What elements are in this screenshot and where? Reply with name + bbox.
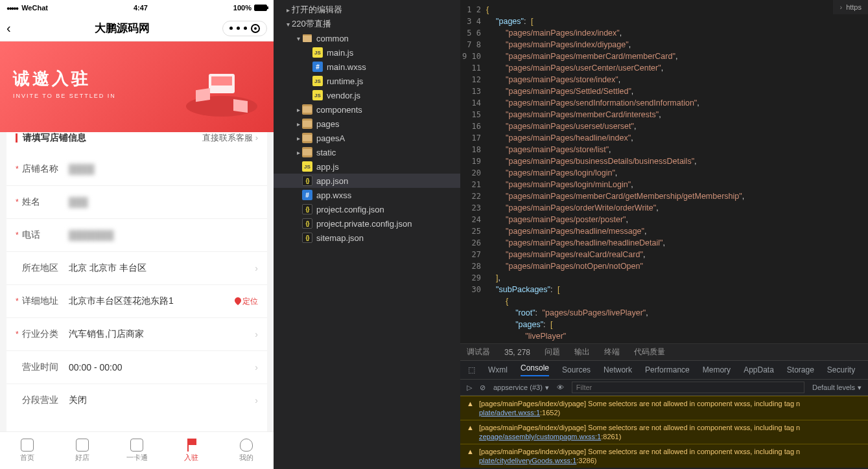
- explorer-section-open-editors[interactable]: ▸打开的编辑器: [274, 3, 460, 17]
- devtools-tab-wxml[interactable]: Wxml: [488, 365, 508, 374]
- card-title: 请填写店铺信息: [23, 132, 202, 144]
- row-industry[interactable]: *行业分类汽车销售,门店商家›: [6, 318, 267, 351]
- console-toolbar: ▷ ⊘ appservice (#3)▾ 👁 Default levels ▾: [460, 379, 868, 396]
- dot-icon: [229, 27, 233, 30]
- row-area[interactable]: 所在地区北京 北京市 丰台区›: [6, 252, 267, 285]
- source-link[interactable]: zepage/assembly/custompagm.wxss:1: [479, 433, 601, 440]
- panel-tab-codequality[interactable]: 代码质量: [634, 347, 665, 358]
- row-phone[interactable]: *电话███████: [6, 219, 267, 252]
- tree-item-project-config-json[interactable]: project.config.json: [274, 202, 460, 216]
- folder-icon: [302, 119, 312, 129]
- explorer-root[interactable]: ▾220带直播: [274, 17, 460, 31]
- panel-tab-terminal[interactable]: 终端: [604, 347, 620, 358]
- code-editor[interactable]: 1 2 3 4 5 6 7 8 9 10 11 12 13 14 15 16 1…: [460, 0, 868, 343]
- warning-icon: ▲: [467, 447, 474, 465]
- console-warning[interactable]: ▲[pages/mainPages/index/diypage] Some se…: [460, 396, 868, 420]
- battery-indicator: 100%: [233, 4, 267, 12]
- tree-item-static[interactable]: ▸static: [274, 145, 460, 159]
- panel-tab-debugger[interactable]: 调试器: [467, 347, 490, 358]
- battery-label: 100%: [233, 4, 252, 12]
- devtools-tab-performance[interactable]: Performance: [645, 365, 690, 374]
- tree-item-app-wxss[interactable]: app.wxss: [274, 188, 460, 202]
- inspect-icon[interactable]: ⬚: [468, 365, 475, 374]
- file-explorer[interactable]: ▸打开的编辑器 ▾220带直播 ▾commonmain.jsmain.wxssr…: [274, 0, 460, 469]
- stop-icon[interactable]: ▷: [467, 383, 472, 392]
- js-icon: [312, 47, 323, 58]
- row-name[interactable]: *姓名███: [6, 186, 267, 219]
- tree-item-runtime-js[interactable]: runtime.js: [274, 74, 460, 88]
- chevron-right-icon: ›: [255, 263, 258, 273]
- js-icon: [312, 76, 323, 86]
- devtools-tab-sources[interactable]: Sources: [562, 365, 591, 374]
- chevron-right-icon: ›: [839, 3, 842, 11]
- clock-label: 4:47: [48, 4, 233, 12]
- js-icon: [312, 90, 323, 100]
- tab-shops[interactable]: 好店: [54, 432, 109, 469]
- tree-item-pagesA[interactable]: ▸pagesA: [274, 131, 460, 145]
- folder-icon: [302, 133, 312, 143]
- devtools-tabs: ⬚ Wxml Console Sources Network Performan…: [460, 361, 868, 379]
- back-icon[interactable]: ‹: [6, 21, 22, 36]
- pin-icon: [235, 297, 241, 305]
- tree-item-main-js[interactable]: main.js: [274, 45, 460, 60]
- filter-input[interactable]: [572, 382, 804, 393]
- tree-item-app-json[interactable]: app.json: [274, 174, 460, 188]
- context-selector[interactable]: appservice (#3)▾: [493, 383, 549, 392]
- console-log-list[interactable]: ▲[pages/mainPages/index/diypage] Some se…: [460, 396, 868, 469]
- tree-item-sitemap-json[interactable]: sitemap.json: [274, 231, 460, 245]
- tree-item-components[interactable]: ▸components: [274, 102, 460, 117]
- card-icon: [130, 439, 143, 452]
- row-hours[interactable]: 营业时间00:00 - 00:00›: [6, 351, 267, 384]
- home-icon: [21, 439, 34, 452]
- tab-card[interactable]: 一卡通: [110, 432, 164, 469]
- devtools-tab-security[interactable]: Security: [827, 365, 855, 374]
- row-shop-name[interactable]: *店铺名称████: [6, 153, 267, 186]
- carrier-label: WeChat: [21, 4, 48, 12]
- locate-button[interactable]: 定位: [235, 296, 258, 307]
- breadcrumb[interactable]: ›https: [833, 0, 868, 14]
- tree-item-project-private-config-json[interactable]: project.private.config.json: [274, 216, 460, 231]
- accent-bar-icon: [16, 133, 18, 143]
- eye-icon[interactable]: 👁: [557, 383, 564, 391]
- svg-rect-2: [211, 76, 232, 86]
- console-warning[interactable]: ▲[pages/mainPages/index/diypage] Some se…: [460, 444, 868, 468]
- chevron-right-icon: ›: [255, 329, 258, 339]
- tab-home[interactable]: 首页: [0, 432, 54, 469]
- clear-icon[interactable]: ⊘: [480, 383, 486, 392]
- capsule-menu[interactable]: [222, 21, 267, 36]
- panel-tab-problems[interactable]: 问题: [545, 347, 560, 358]
- tab-settle[interactable]: 入驻: [164, 432, 218, 469]
- chevron-right-icon: ›: [255, 362, 258, 372]
- tree-item-app-js[interactable]: app.js: [274, 159, 460, 174]
- code-area[interactable]: { "pages": [ "pages/mainPages/index/inde…: [486, 0, 868, 343]
- tree-item-main-wxss[interactable]: main.wxss: [274, 60, 460, 74]
- devtools-tab-storage[interactable]: Storage: [787, 365, 814, 374]
- contact-service-link[interactable]: 直接联系客服: [202, 132, 258, 144]
- levels-selector[interactable]: Default levels ▾: [812, 383, 862, 392]
- row-address[interactable]: *详细地址北京市丰台区莲花池东路1定位: [6, 285, 267, 318]
- console-warning[interactable]: ▲[pages/mainPages/index/diypage] Some se…: [460, 420, 868, 444]
- devtools-tab-network[interactable]: Network: [604, 365, 632, 374]
- devtools-tab-console[interactable]: Console: [521, 363, 549, 376]
- battery-icon: [254, 5, 267, 11]
- source-link[interactable]: plate/advert.wxss:1: [479, 409, 540, 417]
- row-segment[interactable]: 分段营业关闭›: [6, 384, 267, 417]
- panel-tab-output[interactable]: 输出: [574, 347, 590, 358]
- store-icon: [76, 439, 89, 452]
- tree-item-vendor-js[interactable]: vendor.js: [274, 88, 460, 102]
- tree-item-common[interactable]: ▾common: [274, 31, 460, 45]
- chevron-down-icon: ▾: [545, 383, 549, 392]
- form-card: 请填写店铺信息 直接联系客服 *店铺名称████ *姓名███ *电话█████…: [6, 123, 267, 431]
- tab-me[interactable]: 我的: [219, 432, 274, 469]
- source-link[interactable]: plate/citydeliveryGoods.wxss:1: [479, 457, 576, 464]
- warning-icon: ▲: [467, 399, 474, 417]
- chevron-right-icon: ›: [255, 395, 258, 406]
- chevron-down-icon: ▾: [858, 383, 862, 392]
- devtools-tab-appdata[interactable]: AppData: [744, 365, 774, 374]
- target-icon: [251, 24, 260, 33]
- dot-icon: [237, 27, 240, 30]
- devtools-tab-memory[interactable]: Memory: [703, 365, 731, 374]
- json-icon: [302, 176, 312, 186]
- json-icon: [302, 218, 312, 229]
- tree-item-pages[interactable]: ▸pages: [274, 117, 460, 131]
